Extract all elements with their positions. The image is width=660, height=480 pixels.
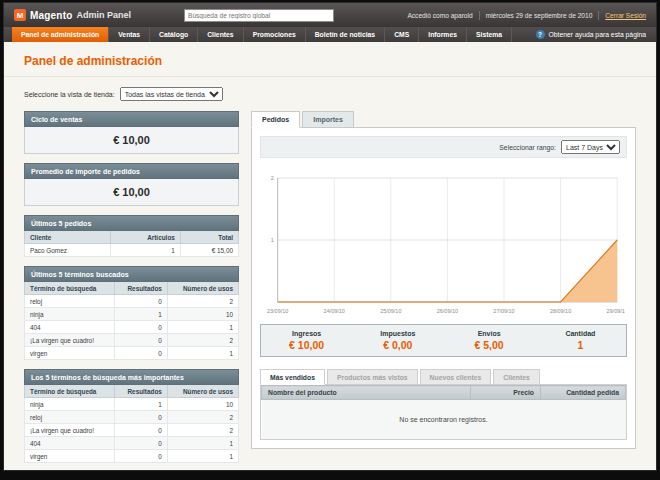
- lifetime-sales-box: Ciclo de ventas € 10,00: [24, 111, 239, 154]
- nav-customers[interactable]: Clientes: [198, 27, 243, 42]
- page-header: Panel de administración: [4, 42, 656, 77]
- table-header-row: Cliente Artículos Total: [25, 231, 239, 244]
- empty-row: No se encontraron registros.: [262, 400, 626, 440]
- top-search-terms-box: Los 5 términos de búsqueda más important…: [24, 369, 239, 463]
- stat-tax: Impuestos € 0,00: [352, 325, 443, 356]
- cell: 1: [167, 347, 238, 360]
- tab-new-customers[interactable]: Nuevos clientes: [420, 369, 492, 385]
- col-header: Cliente: [25, 231, 111, 244]
- cell: Paco Gomez: [25, 244, 111, 257]
- stat-value: 1: [537, 339, 624, 351]
- svg-text:2: 2: [271, 175, 274, 181]
- magento-logo-icon: M: [14, 9, 26, 21]
- cell: 0: [115, 321, 168, 334]
- table-row: reloj 0 2: [25, 295, 239, 308]
- dashboard-columns: Ciclo de ventas € 10,00 Promedio de impo…: [4, 111, 656, 470]
- svg-text:24/09/10: 24/09/10: [324, 308, 345, 314]
- cell: 0: [115, 334, 168, 347]
- cell: virgen: [25, 450, 115, 463]
- header: M Magento Admin Panel Accedió como aparo…: [4, 3, 656, 27]
- table-row: reloj 0 2: [25, 411, 239, 424]
- table-header-row: Nombre del producto Precio Cantidad pedi…: [262, 386, 626, 400]
- range-bar: Seleccionar rango: Last 7 Days: [260, 136, 627, 158]
- header-user-info: Accedió como aparold miércoles 29 de sep…: [407, 11, 646, 20]
- cell: 0: [115, 295, 168, 308]
- global-search-input[interactable]: [184, 9, 334, 22]
- tab-amounts[interactable]: Importes: [302, 111, 354, 128]
- tab-customers[interactable]: Clientes: [493, 369, 539, 385]
- nav-sales[interactable]: Ventas: [109, 27, 150, 42]
- stat-value: € 5,00: [446, 339, 533, 351]
- lifetime-sales-value: € 10,00: [24, 127, 239, 154]
- table-row: virgen 0 1: [25, 450, 239, 463]
- table-row: ninja 1 10: [25, 398, 239, 411]
- main-nav: Panel de administración Ventas Catálogo …: [4, 27, 656, 42]
- col-header: Número de usos: [167, 385, 238, 398]
- cell: 404: [25, 437, 115, 450]
- grid-tabs: Más vendidos Productos más vistos Nuevos…: [260, 369, 627, 385]
- stat-value: € 0,00: [354, 339, 441, 351]
- nav-promotions[interactable]: Promociones: [244, 27, 306, 42]
- cell: ninja: [25, 398, 115, 411]
- col-header: Nombre del producto: [262, 386, 471, 400]
- top-search-terms-title: Los 5 términos de búsqueda más important…: [24, 369, 239, 385]
- col-header: Resultados: [115, 282, 168, 295]
- range-select[interactable]: Last 7 Days: [561, 140, 620, 154]
- col-header: Resultados: [115, 385, 168, 398]
- totals-bar: Ingresos € 10,00 Impuestos € 0,00 Envíos…: [260, 324, 627, 357]
- store-view-select[interactable]: Todas las vistas de tienda: [120, 87, 223, 101]
- table-row: ¡La virgen que cuadro! 0 2: [25, 334, 239, 347]
- store-view-switcher: Seleccione la vista de tienda: Todas las…: [4, 77, 656, 111]
- cell: ¡La virgen que cuadro!: [25, 424, 115, 437]
- logged-in-text: Accedió como aparold: [407, 12, 472, 19]
- help-icon: ?: [536, 30, 545, 39]
- svg-text:26/09/10: 26/09/10: [437, 308, 458, 314]
- nav-cms[interactable]: CMS: [385, 27, 419, 42]
- cell: 2: [167, 424, 238, 437]
- tab-most-viewed[interactable]: Productos más vistos: [327, 369, 418, 385]
- cell: reloj: [25, 411, 115, 424]
- stat-revenue: Ingresos € 10,00: [261, 325, 352, 356]
- magento-logo: M Magento Admin Panel: [14, 9, 174, 21]
- cell: 1: [115, 398, 168, 411]
- nav-reports[interactable]: Informes: [419, 27, 467, 42]
- svg-text:23/09/10: 23/09/10: [267, 308, 288, 314]
- chart-area: 23/09/1024/09/1025/09/1026/09/1027/09/10…: [260, 158, 627, 316]
- table-row: 404 0 1: [25, 437, 239, 450]
- logout-link[interactable]: Cerrar Sesión: [605, 12, 646, 19]
- nav-catalog[interactable]: Catálogo: [150, 27, 198, 42]
- products-grid: Nombre del producto Precio Cantidad pedi…: [260, 384, 627, 440]
- stat-value: € 10,00: [263, 339, 350, 351]
- nav-dashboard[interactable]: Panel de administración: [12, 27, 109, 42]
- cell: 1: [167, 437, 238, 450]
- magento-admin-window: M Magento Admin Panel Accedió como aparo…: [4, 3, 656, 470]
- cell: 404: [25, 321, 115, 334]
- cell: 10: [167, 398, 238, 411]
- nav-newsletter[interactable]: Boletín de noticias: [306, 27, 385, 42]
- table-row: Paco Gomez 1 € 15,00: [25, 244, 239, 257]
- top-search-terms-table: Término de búsqueda Resultados Número de…: [24, 385, 239, 463]
- last-orders-box: Últimos 5 pedidos Cliente Artículos Tota…: [24, 215, 239, 257]
- nav-system[interactable]: Sistema: [467, 27, 512, 42]
- header-date: miércoles 29 de septiembre de 2010: [486, 12, 593, 19]
- page-help-link[interactable]: ? Obtener ayuda para esta página: [536, 27, 657, 42]
- last-search-terms-table: Término de búsqueda Resultados Número de…: [24, 282, 239, 360]
- table-row: virgen 0 1: [25, 347, 239, 360]
- divider: [479, 11, 480, 20]
- cell: 0: [115, 437, 168, 450]
- page-title: Panel de administración: [24, 54, 636, 68]
- svg-text:1: 1: [271, 237, 274, 243]
- tab-bestsellers[interactable]: Más vendidos: [260, 369, 325, 385]
- cell: 1: [167, 321, 238, 334]
- cell: 10: [167, 308, 238, 321]
- help-label: Obtener ayuda para esta página: [549, 31, 647, 38]
- cell: reloj: [25, 295, 115, 308]
- tab-orders[interactable]: Pedidos: [251, 111, 300, 128]
- col-header: Precio: [471, 386, 541, 400]
- store-view-label: Seleccione la vista de tienda:: [24, 91, 115, 98]
- col-header: Término de búsqueda: [25, 385, 115, 398]
- lifetime-sales-title: Ciclo de ventas: [24, 111, 239, 127]
- svg-text:27/09/10: 27/09/10: [493, 308, 514, 314]
- svg-text:29/09/10: 29/09/10: [607, 308, 625, 314]
- col-header: Término de búsqueda: [25, 282, 115, 295]
